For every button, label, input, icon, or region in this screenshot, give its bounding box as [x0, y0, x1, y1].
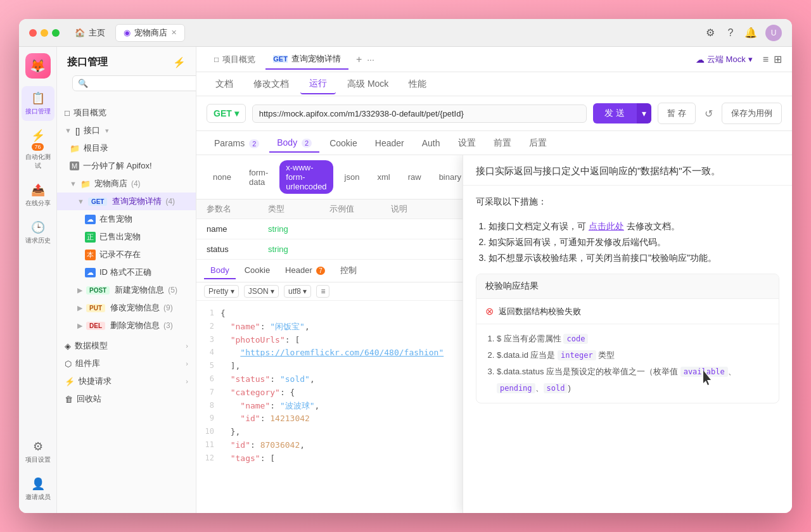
tree-apifox-intro[interactable]: M 一分钟了解 Apifox!: [57, 157, 196, 175]
tree-components[interactable]: ⬡ 组件库 ›: [57, 355, 196, 372]
api-manager-label: 接口管理: [25, 107, 51, 116]
get-pet-detail-label: 查询宠物详情: [112, 196, 162, 207]
sub-tab-advanced-mock[interactable]: 高级 Mock: [338, 75, 397, 94]
save-example-button[interactable]: 保存为用例: [722, 103, 782, 124]
del-pet-chevron: ▶: [77, 322, 82, 330]
tree-root-dir[interactable]: 📁 根目录: [57, 139, 196, 157]
params-tab-settings[interactable]: 设置: [450, 134, 483, 153]
code-line-2: 2 "name": "闲饭宝",: [196, 320, 463, 334]
tab-get-pet-detail[interactable]: GET 查询宠物详情: [265, 49, 348, 70]
sidebar-item-api-manager[interactable]: 📋 接口管理: [22, 86, 54, 121]
body-type-raw[interactable]: raw: [402, 170, 428, 184]
params-tab-pre[interactable]: 前置: [486, 134, 519, 153]
params-tab-params[interactable]: Params 2: [207, 134, 267, 152]
response-tab-cookie[interactable]: Cookie: [238, 262, 276, 279]
url-input[interactable]: [252, 104, 587, 123]
tree-put-pet[interactable]: ▶ PUT 修改宠物信息 (9): [57, 299, 196, 317]
petshop-tab-close[interactable]: ✕: [171, 28, 177, 37]
sidebar-item-auto-test[interactable]: ⚡ 76 自动化测试: [22, 124, 54, 175]
not-found-label: 记录不存在: [99, 249, 141, 260]
params-tab-auth[interactable]: Auth: [414, 134, 448, 152]
menu-icon[interactable]: ≡: [763, 54, 769, 65]
split-icon[interactable]: ⊞: [774, 53, 782, 65]
body-type-binary[interactable]: binary: [433, 170, 463, 184]
code-line-10: 10 },: [196, 426, 463, 439]
body-type-x-www[interactable]: x-www-form-urlencoded: [279, 160, 333, 194]
tree-project-overview[interactable]: □ 项目概览: [57, 104, 196, 122]
sub-tab-performance[interactable]: 性能: [400, 75, 435, 94]
sub-tab-edit-doc[interactable]: 修改文档: [245, 75, 298, 94]
params-tab-cookie[interactable]: Cookie: [322, 134, 365, 152]
send-button-dropdown[interactable]: ▾: [636, 103, 651, 124]
response-tab-control[interactable]: 控制: [334, 262, 363, 281]
encoding-selector[interactable]: utf8 ▾: [284, 285, 311, 298]
overlay-link[interactable]: 点击此处: [589, 221, 624, 231]
search-input[interactable]: [92, 79, 196, 88]
format-selector[interactable]: Pretty ▾: [204, 285, 239, 298]
tree-trash[interactable]: 🗑 回收站: [57, 390, 196, 408]
maximize-button[interactable]: [52, 29, 60, 37]
tree-quick-request[interactable]: ⚡ 快捷请求 ›: [57, 372, 196, 390]
sidebar-item-project-settings[interactable]: ⚙ 项目设置: [22, 434, 54, 469]
help-icon[interactable]: ?: [725, 27, 736, 39]
panel-sidebar-filter-icon[interactable]: ⚡: [173, 56, 186, 68]
request-history-icon: 🕒: [31, 220, 45, 234]
settings-icon[interactable]: ⚙: [705, 27, 716, 39]
petshop-tab[interactable]: ◉ 宠物商店 ✕: [115, 24, 185, 42]
cloud-mock-label: 云端 Mock: [707, 54, 746, 65]
tab-project-overview[interactable]: □ 项目概览: [207, 50, 263, 69]
lang-selector[interactable]: JSON ▾: [244, 285, 279, 298]
send-button[interactable]: 发 送: [593, 103, 636, 124]
params-tab-body-count: 2: [302, 139, 312, 148]
del-method-badge: DEL: [86, 322, 105, 330]
response-tab-body[interactable]: Body: [204, 262, 236, 279]
api-list-expand-icon: ▾: [105, 127, 109, 135]
method-selector[interactable]: GET ▾: [207, 104, 246, 123]
code-line-7: 7 "category": {: [196, 386, 463, 400]
tree-get-pet-detail[interactable]: ▼ GET 查询宠物详情 (4): [57, 193, 196, 210]
tree-data-model[interactable]: ◈ 数据模型 ›: [57, 337, 196, 355]
body-type-form-data[interactable]: form-data: [243, 165, 274, 189]
wrap-button[interactable]: ≡: [316, 285, 329, 298]
sidebar-item-invite-member[interactable]: 👤 邀请成员: [22, 472, 54, 507]
save-temp-button[interactable]: 暂 存: [658, 103, 696, 124]
sub-tab-doc[interactable]: 文档: [207, 75, 242, 94]
avatar[interactable]: U: [765, 25, 782, 41]
params-tab-header[interactable]: Header: [367, 134, 412, 152]
table-row: status string: [196, 239, 463, 260]
error-icon: ⊗: [485, 305, 494, 317]
tree-sold-pet[interactable]: 正 已售出宠物: [57, 228, 196, 246]
left-panel: none form-data x-www-form-urlencoded jso…: [196, 155, 463, 513]
sold-pet-icon: 正: [85, 232, 96, 243]
tree-bad-format[interactable]: ☁ ID 格式不正确: [57, 263, 196, 281]
sidebar-item-request-history[interactable]: 🕒 请求历史: [22, 215, 54, 250]
params-tab-body[interactable]: Body 2: [269, 134, 319, 153]
tree-petshop-folder[interactable]: ▼ 📁 宠物商店 (4): [57, 175, 196, 193]
code-line-6: 6 "status": "sold",: [196, 373, 463, 386]
del-pet-count: (3): [163, 321, 173, 330]
body-type-none[interactable]: none: [207, 170, 238, 184]
sidebar-item-online-share[interactable]: 📤 在线分享: [22, 178, 54, 213]
close-button[interactable]: [29, 29, 37, 37]
tree-not-found[interactable]: 本 记录不存在: [57, 246, 196, 263]
body-type-json[interactable]: json: [338, 170, 366, 184]
tree-api-list[interactable]: ▼ [] 接口 ▾: [57, 122, 196, 139]
tree-del-pet[interactable]: ▶ DEL 删除宠物信息 (3): [57, 317, 196, 334]
home-icon: 🏠: [75, 28, 85, 37]
add-tab-icon[interactable]: +: [356, 54, 362, 65]
response-tab-header[interactable]: Header 7: [279, 262, 331, 279]
home-tab[interactable]: 🏠 主页: [67, 25, 113, 41]
more-tabs-icon[interactable]: ···: [367, 54, 374, 65]
bell-icon[interactable]: 🔔: [745, 27, 757, 39]
refresh-button[interactable]: ↺: [702, 108, 715, 120]
params-tabs: Params 2 Body 2 Cookie Header Auth 设置 前置…: [196, 131, 792, 155]
sub-tab-run[interactable]: 运行: [300, 74, 336, 94]
tree-sale-pet[interactable]: ☁ 在售宠物: [57, 210, 196, 228]
tree-post-pet[interactable]: ▶ POST 新建宠物信息 (5): [57, 281, 196, 299]
content-tabs: □ 项目概览 GET 查询宠物详情 + ··· ☁ 云端 Mock ▾: [196, 47, 792, 72]
cloud-mock-button[interactable]: ☁ 云端 Mock ▾: [691, 51, 758, 68]
code-line-8: 8 "name": "波波球",: [196, 400, 463, 413]
body-type-xml[interactable]: xml: [371, 170, 396, 184]
minimize-button[interactable]: [41, 29, 48, 37]
params-tab-post[interactable]: 后置: [521, 134, 554, 153]
